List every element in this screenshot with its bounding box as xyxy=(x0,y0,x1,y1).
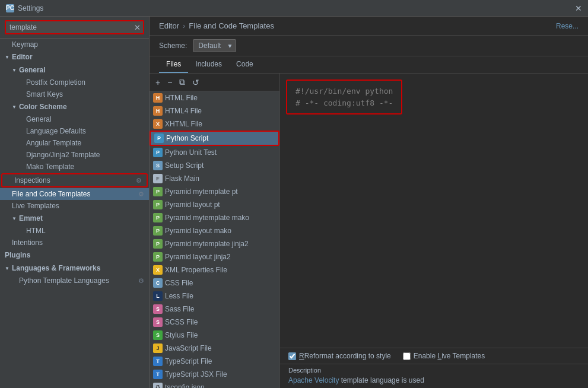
list-item[interactable]: J JavaScript File xyxy=(150,342,279,355)
sidebar-section-emmet[interactable]: ▼ Emmet xyxy=(0,212,149,225)
list-item[interactable]: X XHTML File xyxy=(150,117,279,131)
list-item[interactable]: P Pyramid mytemplate jinja2 xyxy=(150,237,279,250)
template-body: + − ⧉ ↺ H HTML File H HTML4 File X xyxy=(150,74,588,388)
editor-panel: #!/usr/bin/env python # -*- coding:utf8 … xyxy=(280,74,588,388)
tab-includes[interactable]: Includes xyxy=(188,56,229,73)
list-item[interactable]: P Pyramid layout pt xyxy=(150,198,279,211)
plugins-label: Plugins xyxy=(5,251,30,259)
triangle-down-icon: ▼ xyxy=(5,55,9,60)
reset-template-button[interactable]: ↺ xyxy=(190,77,202,88)
python-unit-test-label: Python Unit Test xyxy=(165,148,217,157)
breadcrumb-separator: › xyxy=(183,21,185,30)
scheme-dropdown[interactable]: Default Project xyxy=(193,39,236,52)
sidebar-item-angular-template[interactable]: Angular Template xyxy=(0,137,149,149)
description-section: Description Apache Velocity template lan… xyxy=(280,364,588,388)
tab-code[interactable]: Code xyxy=(229,56,260,73)
triangle-down-icon-general: ▼ xyxy=(12,68,17,73)
list-item[interactable]: P Pyramid mytemplate mako xyxy=(150,211,279,224)
sidebar-editor-label: Editor xyxy=(12,53,33,61)
sidebar-item-live-templates[interactable]: Live Templates xyxy=(0,200,149,212)
live-templates-label: Live Templates xyxy=(12,202,59,210)
sidebar-item-mako-template[interactable]: Mako Template xyxy=(0,161,149,173)
python-unit-test-icon: P xyxy=(153,148,163,157)
list-item-python-script[interactable]: P Python Script xyxy=(150,131,279,146)
title-bar-left: PC Settings xyxy=(6,4,43,12)
list-item[interactable]: X XML Properties File xyxy=(150,263,279,276)
sidebar-section-general[interactable]: ▼ General xyxy=(0,63,149,77)
sidebar-item-django-template[interactable]: Django/Jinja2 Template xyxy=(0,149,149,161)
list-item[interactable]: T TypeScript File xyxy=(150,355,279,368)
languages-label: Languages & Frameworks xyxy=(12,264,100,272)
pyramid-layout-pt-label: Pyramid layout pt xyxy=(165,201,220,209)
search-clear-button[interactable]: ✕ xyxy=(134,23,141,32)
less-file-label: Less File xyxy=(165,292,193,300)
live-templates-checkbox[interactable] xyxy=(403,352,411,360)
settings-icon-fct: ⚙ xyxy=(138,190,144,198)
tab-files[interactable]: Files xyxy=(159,56,188,73)
list-item[interactable]: T TypeScript JSX File xyxy=(150,368,279,381)
list-item[interactable]: P Pyramid mytemplate pt xyxy=(150,185,279,198)
html4-file-icon: H xyxy=(153,106,163,116)
apache-velocity-link[interactable]: Apache Velocity xyxy=(288,376,339,384)
sidebar-section-languages[interactable]: ▼ Languages & Frameworks xyxy=(0,262,149,275)
sidebar-item-postfix-completion[interactable]: Postfix Completion xyxy=(0,77,149,88)
list-item[interactable]: H HTML File xyxy=(150,91,279,104)
flask-main-icon: F xyxy=(153,174,163,183)
pyramid-layout-mako-label: Pyramid layout mako xyxy=(165,227,231,235)
stylus-icon: S xyxy=(153,330,163,340)
triangle-down-icon-cs: ▼ xyxy=(12,104,17,110)
sidebar-item-file-code-templates[interactable]: File and Code Templates ⚙ xyxy=(0,188,149,200)
live-templates-checkbox-label[interactable]: Enable Live Templates xyxy=(403,352,485,360)
reformat-checkbox-label[interactable]: RReformat according to style xyxy=(288,352,391,360)
pyramid-layout-jinja2-label: Pyramid layout jinja2 xyxy=(165,253,231,261)
sidebar-item-inspections[interactable]: Inspections ⚙ xyxy=(1,173,148,187)
list-item[interactable]: P Pyramid layout jinja2 xyxy=(150,250,279,263)
close-button[interactable]: ✕ xyxy=(575,4,582,13)
sass-file-label: Sass File xyxy=(165,305,194,313)
list-item[interactable]: F Flask Main xyxy=(150,172,279,185)
reformat-label: RReformat according to style xyxy=(299,352,391,360)
xhtml-file-label: XHTML File xyxy=(165,120,202,128)
mako-template-label: Mako Template xyxy=(26,163,74,171)
reset-link[interactable]: Rese... xyxy=(556,22,579,30)
pyramid1-icon: P xyxy=(153,187,163,196)
sidebar-item-intentions[interactable]: Intentions xyxy=(0,237,149,249)
list-item[interactable]: S SCSS File xyxy=(150,316,279,329)
list-item[interactable]: S Setup Script xyxy=(150,159,279,172)
content-header: Editor › File and Code Templates Rese... xyxy=(150,17,588,36)
template-list: H HTML File H HTML4 File X XHTML File P … xyxy=(150,91,279,388)
file-code-templates-label: File and Code Templates xyxy=(12,190,91,198)
sidebar-item-python-template-langs[interactable]: Python Template Languages ⚙ xyxy=(0,275,149,287)
remove-template-button[interactable]: − xyxy=(165,77,174,88)
description-text: Apache Velocity template language is use… xyxy=(288,376,580,384)
sidebar-item-cs-general[interactable]: General xyxy=(0,113,149,125)
sidebar-item-html[interactable]: HTML xyxy=(0,225,149,237)
scheme-label: Scheme: xyxy=(159,42,187,50)
sidebar-section-color-scheme[interactable]: ▼ Color Scheme xyxy=(0,100,149,113)
sidebar-item-keymap[interactable]: Keymap xyxy=(0,39,149,50)
sidebar: ✕ Keymap ▼ Editor ▼ General Postfix Comp… xyxy=(0,17,150,388)
list-item[interactable]: C CSS File xyxy=(150,276,279,290)
setup-script-label: Setup Script xyxy=(165,161,204,170)
list-item[interactable]: P Pyramid layout mako xyxy=(150,224,279,237)
sidebar-section-plugins[interactable]: Plugins xyxy=(0,249,149,262)
list-item[interactable]: H HTML4 File xyxy=(150,104,279,117)
list-item[interactable]: {} tsconfig.json xyxy=(150,381,279,388)
sidebar-section-editor[interactable]: ▼ Editor xyxy=(0,50,149,63)
sidebar-item-language-defaults[interactable]: Language Defaults xyxy=(0,125,149,137)
reformat-checkbox[interactable] xyxy=(288,352,296,360)
tabs-row: Files Includes Code xyxy=(150,56,588,74)
copy-template-button[interactable]: ⧉ xyxy=(177,76,187,88)
list-item[interactable]: L Less File xyxy=(150,290,279,303)
add-template-button[interactable]: + xyxy=(153,77,163,88)
html-label: HTML xyxy=(26,227,46,235)
sidebar-item-smart-keys[interactable]: Smart Keys xyxy=(0,88,149,100)
list-item[interactable]: S Sass File xyxy=(150,303,279,316)
description-suffix: template language is used xyxy=(339,376,424,384)
pyramid-mytemplate-mako-label: Pyramid mytemplate mako xyxy=(165,214,249,222)
search-input[interactable] xyxy=(5,20,144,34)
list-item-python-unit-test[interactable]: P Python Unit Test xyxy=(150,146,279,159)
triangle-down-icon-langs: ▼ xyxy=(5,266,9,271)
list-item[interactable]: S Stylus File xyxy=(150,329,279,342)
pyramid6-icon: P xyxy=(153,252,163,262)
